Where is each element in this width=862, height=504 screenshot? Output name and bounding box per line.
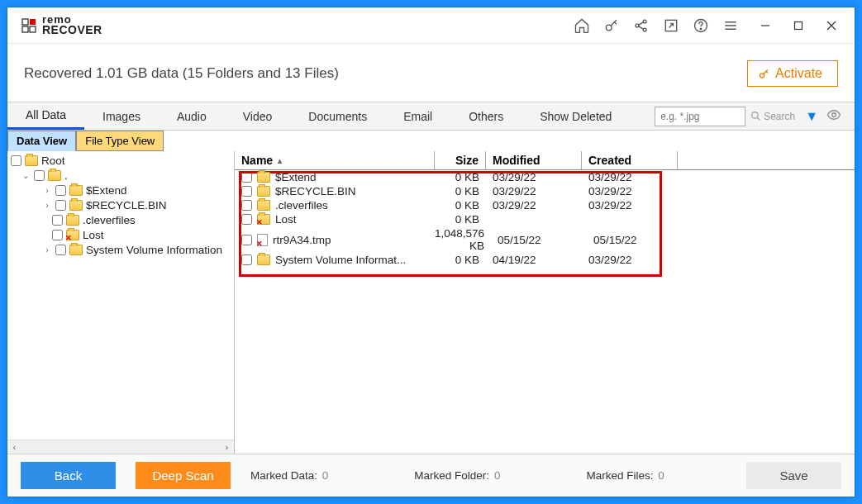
list-row[interactable]: .cleverfiles 0 KB 03/29/22 03/29/22	[235, 198, 855, 212]
tree-checkbox[interactable]	[52, 215, 63, 226]
filter-audio[interactable]: Audio	[159, 102, 225, 130]
folder-icon	[257, 172, 270, 183]
tree-item-root[interactable]: Root	[7, 153, 234, 168]
search-input[interactable]	[655, 107, 745, 126]
tree-checkbox[interactable]	[55, 185, 66, 196]
tab-file-type-view[interactable]: File Type View	[76, 131, 164, 151]
filter-email[interactable]: Email	[385, 102, 450, 130]
title-bar: remo RECOVER	[7, 7, 855, 44]
svg-point-13	[752, 112, 759, 119]
folder-icon	[69, 200, 83, 211]
folder-lost-icon	[66, 230, 79, 240]
row-created: 03/29/22	[582, 254, 678, 266]
preview-eye-icon[interactable]	[823, 107, 845, 126]
svg-point-10	[700, 28, 701, 29]
row-modified: 05/15/22	[491, 234, 587, 246]
expand-icon[interactable]: ›	[42, 245, 52, 254]
logo-icon	[21, 17, 37, 34]
minimize-button[interactable]	[749, 11, 782, 40]
tree-checkbox[interactable]	[11, 155, 21, 166]
row-created: 03/29/22	[582, 199, 678, 212]
row-checkbox[interactable]	[241, 186, 252, 197]
row-size: 0 KB	[435, 185, 486, 197]
tree-label: .	[64, 169, 68, 182]
row-size: 0 KB	[435, 213, 486, 226]
filter-video[interactable]: Video	[225, 102, 291, 130]
key-icon[interactable]	[597, 11, 626, 40]
scroll-left-icon[interactable]: ‹	[7, 440, 21, 454]
tree-checkbox[interactable]	[52, 230, 63, 240]
expand-icon[interactable]: ›	[42, 201, 52, 210]
app-logo: remo RECOVER	[21, 15, 567, 35]
list-header: Name ▴ Size Modified Created	[235, 151, 855, 170]
tree-item-lost[interactable]: Lost	[7, 227, 234, 242]
sort-asc-icon: ▴	[278, 156, 282, 165]
col-size[interactable]: Size	[435, 151, 486, 169]
svg-point-7	[643, 28, 646, 31]
folder-icon	[257, 200, 270, 211]
filter-documents[interactable]: Documents	[290, 102, 385, 130]
list-row[interactable]: Lost 0 KB	[235, 212, 855, 226]
folder-icon	[257, 186, 270, 197]
tree-checkbox[interactable]	[34, 170, 45, 181]
marked-folder: Marked Folder: 0	[414, 469, 500, 482]
search-button[interactable]: Search	[745, 111, 800, 122]
tree-pane: Root ⌄ . › $Extend › $RECYCLE.BIN	[7, 151, 235, 454]
filter-show-deleted[interactable]: Show Deleted	[521, 102, 630, 130]
share-icon[interactable]	[626, 11, 656, 40]
collapse-icon[interactable]: ⌄	[21, 171, 31, 180]
svg-rect-3	[30, 26, 36, 32]
activate-button-label: Activate	[775, 66, 822, 81]
row-name: System Volume Informat...	[275, 254, 406, 266]
filter-images[interactable]: Images	[84, 102, 159, 130]
col-created[interactable]: Created	[582, 151, 678, 169]
folder-icon	[25, 155, 38, 166]
close-button[interactable]	[815, 11, 848, 40]
col-modified[interactable]: Modified	[486, 151, 582, 169]
footer-bar: Back Deep Scan Marked Data: 0 Marked Fol…	[7, 454, 855, 497]
list-row[interactable]: $Extend 0 KB 03/29/22 03/29/22	[235, 170, 855, 184]
tree-item-recycle[interactable]: › $RECYCLE.BIN	[7, 197, 234, 212]
svg-point-12	[760, 73, 764, 77]
marked-data: Marked Data: 0	[250, 469, 328, 482]
filter-all-data[interactable]: All Data	[7, 102, 84, 130]
tree-checkbox[interactable]	[55, 245, 66, 255]
maximize-button[interactable]	[782, 11, 815, 40]
back-button[interactable]: Back	[21, 462, 116, 489]
row-checkbox[interactable]	[241, 214, 252, 225]
menu-icon[interactable]	[716, 11, 745, 40]
row-checkbox[interactable]	[241, 172, 252, 183]
external-link-icon[interactable]	[656, 11, 686, 40]
tree-checkbox[interactable]	[55, 200, 66, 211]
help-icon[interactable]	[686, 11, 716, 40]
row-name: $Extend	[275, 171, 317, 183]
tree-label: Root	[41, 155, 65, 167]
deep-scan-button[interactable]: Deep Scan	[136, 462, 231, 489]
svg-point-4	[606, 25, 612, 31]
filter-others[interactable]: Others	[450, 102, 521, 130]
tree-item-dot[interactable]: ⌄ .	[7, 168, 234, 183]
filter-dropdown-icon[interactable]: ▼	[800, 109, 823, 124]
tree-item-cleverfiles[interactable]: .cleverfiles	[7, 212, 234, 227]
row-modified: 03/29/22	[486, 185, 582, 197]
row-checkbox[interactable]	[241, 200, 252, 211]
expand-icon[interactable]: ›	[42, 186, 52, 195]
row-checkbox[interactable]	[241, 254, 252, 265]
tree-item-sysvolinfo[interactable]: › System Volume Information	[7, 242, 234, 257]
save-button[interactable]: Save	[746, 462, 841, 489]
scroll-right-icon[interactable]: ›	[220, 440, 234, 454]
list-row[interactable]: $RECYCLE.BIN 0 KB 03/29/22 03/29/22	[235, 184, 855, 198]
row-checkbox[interactable]	[241, 235, 252, 245]
list-row[interactable]: System Volume Informat... 0 KB 04/19/22 …	[235, 253, 855, 267]
tree-item-extend[interactable]: › $Extend	[7, 183, 234, 197]
activate-button[interactable]: Activate	[747, 60, 838, 87]
col-name[interactable]: Name ▴	[235, 151, 435, 169]
folder-icon	[69, 245, 83, 255]
svg-rect-11	[795, 21, 802, 29]
home-icon[interactable]	[567, 11, 597, 40]
tree-scrollbar[interactable]: ‹ ›	[7, 440, 234, 454]
recovery-summary: Recovered 1.01 GB data (15 Folders and 1…	[24, 65, 747, 82]
row-size: 0 KB	[435, 171, 486, 183]
tab-data-view[interactable]: Data View	[7, 131, 76, 151]
list-row[interactable]: rtr9A34.tmp 1,048,576 KB 05/15/22 05/15/…	[235, 226, 855, 253]
